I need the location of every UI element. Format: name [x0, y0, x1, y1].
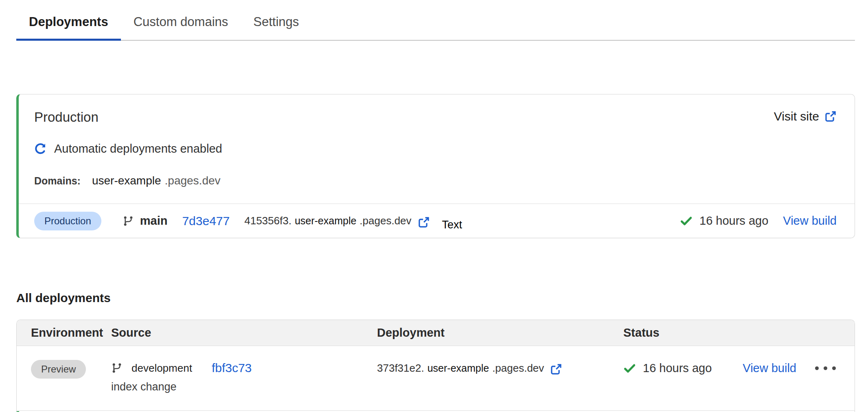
status-cell: 16 hours ago View build	[623, 359, 855, 377]
git-branch-icon	[123, 215, 134, 227]
domain-suffix: .pages.dev	[165, 174, 221, 187]
check-icon	[680, 215, 693, 227]
all-deployments-title: All deployments	[16, 291, 868, 305]
deployment-time: 16 hours ago	[699, 214, 768, 228]
git-branch-icon	[111, 362, 123, 374]
production-card: Production Visit site Automatic deployme…	[16, 94, 855, 238]
auto-deploy-status: Automatic deployments enabled	[34, 142, 855, 156]
deployment-url-name: user-example	[295, 215, 356, 227]
deployment-url: 373f31e2. user-example .pages.dev	[377, 362, 544, 375]
deployment-url-name: user-example	[427, 362, 489, 374]
visit-site-label: Visit site	[774, 110, 819, 123]
commit-link[interactable]: 7d3e477	[182, 214, 230, 228]
production-deployment-row: Production main 7d3e477 415356f3. user-e…	[19, 204, 855, 238]
environment-badge: Preview	[31, 360, 86, 379]
branch-name: development	[132, 362, 192, 375]
external-link-icon[interactable]	[418, 216, 430, 228]
external-link-icon[interactable]	[550, 363, 562, 375]
auto-deploy-text: Automatic deployments enabled	[54, 142, 222, 156]
branch-group: main	[123, 214, 168, 228]
column-header-source: Source	[111, 326, 377, 340]
column-header-status: Status	[623, 326, 855, 340]
deployment-url-hash: 415356f3.	[244, 215, 292, 227]
deployment-cell: 373f31e2. user-example .pages.dev	[377, 359, 623, 377]
domain-name: user-example	[92, 174, 161, 187]
more-options-icon[interactable]	[815, 366, 836, 370]
tab-bar: Deployments Custom domains Settings	[16, 0, 855, 41]
deployments-table: Environment Source Deployment Status Pre…	[16, 320, 855, 412]
deployment-url-suffix: .pages.dev	[359, 215, 411, 227]
domains-label: Domains:	[34, 175, 81, 187]
source-cell: development fbf3c73 index change	[111, 359, 377, 393]
commit-message: index change	[111, 381, 377, 393]
production-card-header: Production Visit site	[19, 94, 855, 125]
refresh-icon	[34, 142, 47, 155]
tab-deployments[interactable]: Deployments	[16, 15, 121, 40]
deployment-status: 16 hours ago View build	[680, 214, 837, 228]
production-title: Production	[34, 110, 99, 125]
branch-name: main	[140, 214, 168, 228]
environment-badge: Production	[34, 212, 101, 230]
annotation-text: Text	[442, 219, 462, 231]
visit-site-link[interactable]: Visit site	[774, 110, 837, 123]
tab-settings[interactable]: Settings	[241, 15, 311, 40]
check-icon	[623, 362, 636, 375]
deployment-url: 415356f3. user-example .pages.dev	[244, 215, 411, 227]
table-row: Preview development fbf3c73 index change	[17, 346, 855, 410]
domains-line: Domains: user-example .pages.dev	[34, 174, 855, 187]
column-header-deployment: Deployment	[377, 326, 623, 340]
view-build-link[interactable]: View build	[743, 362, 796, 375]
commit-link[interactable]: fbf3c73	[212, 361, 252, 375]
table-header-row: Environment Source Deployment Status	[17, 320, 855, 346]
tab-custom-domains[interactable]: Custom domains	[121, 15, 241, 40]
external-link-icon	[824, 110, 837, 123]
next-row-partial	[17, 410, 855, 412]
view-build-link[interactable]: View build	[783, 214, 837, 228]
deployment-url-suffix: .pages.dev	[492, 362, 544, 375]
deployment-time: 16 hours ago	[643, 362, 712, 375]
column-header-environment: Environment	[31, 326, 111, 340]
deployment-url-hash: 373f31e2.	[377, 362, 424, 375]
